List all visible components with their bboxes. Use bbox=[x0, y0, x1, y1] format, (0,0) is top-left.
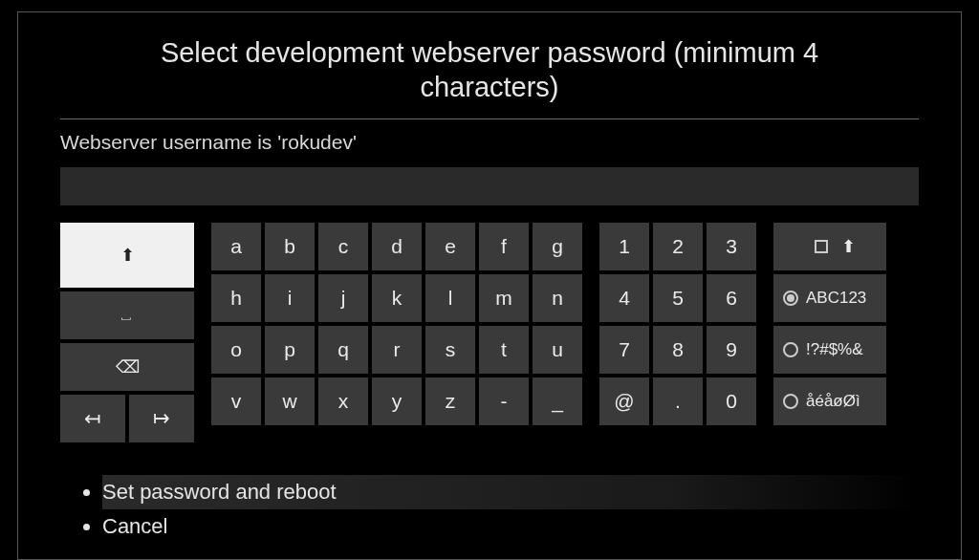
key-g[interactable]: g bbox=[533, 223, 582, 270]
caps-arrow-icon: ⬆ bbox=[841, 236, 856, 257]
onscreen-keyboard: ⬆ ⎵ ⌫ ↤ ↦ bbox=[60, 223, 919, 442]
alpha-row-0: a b c d e f g bbox=[211, 223, 582, 270]
key-r[interactable]: r bbox=[372, 326, 422, 374]
key-c[interactable]: c bbox=[318, 223, 368, 270]
key-4[interactable]: 4 bbox=[599, 274, 649, 322]
cancel-option[interactable]: Cancel bbox=[102, 509, 919, 544]
key-dash[interactable]: - bbox=[479, 377, 529, 425]
key-6[interactable]: 6 bbox=[707, 274, 756, 322]
symbols-mode-label: !?#$%& bbox=[806, 340, 863, 359]
key-s[interactable]: s bbox=[425, 326, 475, 374]
key-a[interactable]: a bbox=[211, 223, 261, 270]
caps-mode-key[interactable]: ⬆ bbox=[773, 223, 886, 270]
key-7[interactable]: 7 bbox=[599, 326, 649, 374]
num-row-3: @ . 0 bbox=[599, 377, 756, 425]
key-b[interactable]: b bbox=[265, 223, 315, 270]
radio-selected-icon bbox=[783, 291, 798, 306]
key-m[interactable]: m bbox=[479, 274, 529, 322]
key-0[interactable]: 0 bbox=[707, 377, 756, 425]
key-z[interactable]: z bbox=[425, 377, 475, 425]
username-subtitle: Webserver username is 'rokudev' bbox=[60, 131, 919, 154]
alpha-row-3: v w x y z - _ bbox=[211, 377, 582, 425]
key-h[interactable]: h bbox=[211, 274, 261, 322]
key-at[interactable]: @ bbox=[599, 377, 649, 425]
num-row-2: 7 8 9 bbox=[599, 326, 756, 374]
key-j[interactable]: j bbox=[318, 274, 368, 322]
shift-icon: ⬆ bbox=[120, 245, 135, 266]
cursor-left-icon: ↤ bbox=[84, 407, 101, 430]
key-5[interactable]: 5 bbox=[653, 274, 703, 322]
key-n[interactable]: n bbox=[533, 274, 582, 322]
key-w[interactable]: w bbox=[265, 377, 315, 425]
accents-mode-key[interactable]: åéåøØì bbox=[773, 377, 886, 425]
space-key[interactable]: ⎵ bbox=[60, 291, 194, 339]
cursor-right-icon: ↦ bbox=[153, 407, 170, 430]
key-9[interactable]: 9 bbox=[707, 326, 756, 374]
password-input[interactable] bbox=[60, 167, 919, 205]
accents-mode-label: åéåøØì bbox=[806, 392, 860, 411]
radio-icon bbox=[783, 394, 798, 409]
backspace-icon: ⌫ bbox=[116, 356, 140, 377]
alpha-row-1: h i j k l m n bbox=[211, 274, 582, 322]
square-icon bbox=[815, 240, 828, 253]
alpha-row-2: o p q r s t u bbox=[211, 326, 582, 374]
num-row-1: 4 5 6 bbox=[599, 274, 756, 322]
options-list: Set password and reboot Cancel bbox=[60, 475, 919, 544]
key-q[interactable]: q bbox=[318, 326, 368, 374]
title-divider bbox=[60, 118, 919, 119]
key-t[interactable]: t bbox=[479, 326, 529, 374]
num-panel: 1 2 3 4 5 6 7 8 9 @ . 0 bbox=[599, 223, 756, 442]
key-u[interactable]: u bbox=[533, 326, 582, 374]
key-i[interactable]: i bbox=[265, 274, 315, 322]
key-3[interactable]: 3 bbox=[707, 223, 756, 270]
set-password-option[interactable]: Set password and reboot bbox=[102, 475, 919, 509]
symbols-mode-key[interactable]: !?#$%& bbox=[773, 326, 886, 374]
control-panel: ⬆ ⎵ ⌫ ↤ ↦ bbox=[60, 223, 194, 442]
shift-key[interactable]: ⬆ bbox=[60, 223, 194, 288]
key-2[interactable]: 2 bbox=[653, 223, 703, 270]
cursor-right-key[interactable]: ↦ bbox=[129, 395, 194, 442]
alpha-panel: a b c d e f g h i j k l m n o p q r bbox=[211, 223, 582, 442]
key-8[interactable]: 8 bbox=[653, 326, 703, 374]
key-o[interactable]: o bbox=[211, 326, 261, 374]
key-l[interactable]: l bbox=[425, 274, 475, 322]
key-x[interactable]: x bbox=[318, 377, 368, 425]
key-e[interactable]: e bbox=[425, 223, 475, 270]
space-icon: ⎵ bbox=[121, 307, 133, 324]
key-p[interactable]: p bbox=[265, 326, 315, 374]
key-y[interactable]: y bbox=[372, 377, 422, 425]
key-1[interactable]: 1 bbox=[599, 223, 649, 270]
key-underscore[interactable]: _ bbox=[533, 377, 582, 425]
abc-mode-label: ABC123 bbox=[806, 289, 866, 308]
mode-panel: ⬆ ABC123 !?#$%& åéåøØì bbox=[773, 223, 886, 442]
radio-icon bbox=[783, 342, 798, 357]
dialog-title: Select development webserver password (m… bbox=[98, 35, 881, 105]
key-d[interactable]: d bbox=[372, 223, 422, 270]
key-f[interactable]: f bbox=[479, 223, 529, 270]
dialog-frame: Select development webserver password (m… bbox=[17, 11, 962, 560]
backspace-key[interactable]: ⌫ bbox=[60, 343, 194, 391]
abc-mode-key[interactable]: ABC123 bbox=[773, 274, 886, 322]
cursor-left-key[interactable]: ↤ bbox=[60, 395, 125, 442]
key-k[interactable]: k bbox=[372, 274, 422, 322]
num-row-0: 1 2 3 bbox=[599, 223, 756, 270]
key-dot[interactable]: . bbox=[653, 377, 703, 425]
key-v[interactable]: v bbox=[211, 377, 261, 425]
